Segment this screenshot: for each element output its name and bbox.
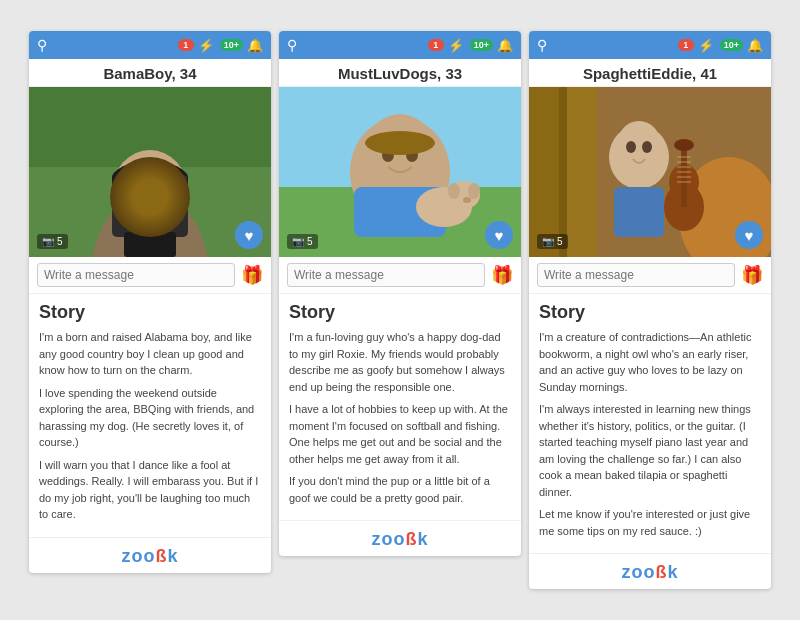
topbar-left-1: ⚲ bbox=[37, 37, 47, 53]
message-input-2[interactable] bbox=[287, 263, 485, 287]
bell-icon-3[interactable]: 🔔 bbox=[747, 38, 763, 53]
topbar-right-2: 1 ⚡ 10+ 🔔 bbox=[428, 38, 513, 53]
notifications-badge-group-1: 10+ 🔔 bbox=[220, 38, 263, 53]
photo-1[interactable]: 📷 5 ♥ bbox=[29, 87, 271, 257]
bolt-icon-1[interactable]: ⚡ bbox=[198, 38, 214, 53]
message-input-3[interactable] bbox=[537, 263, 735, 287]
zoosk-logo-3: zooßk bbox=[533, 562, 767, 583]
story-section-1: Story I'm a born and raised Alabama boy,… bbox=[29, 294, 271, 537]
photo-count-3: 📷 5 bbox=[537, 234, 568, 249]
svg-point-7 bbox=[129, 187, 145, 197]
zoosk-logo-2: zooßk bbox=[283, 529, 517, 550]
username-1: BamaBoy, 34 bbox=[29, 59, 271, 87]
profile-card-3: ⚲ 1 ⚡ 10+ 🔔 SpaghettiEddie, 41 bbox=[529, 31, 771, 589]
story-text-2: I'm a fun-loving guy who's a happy dog-d… bbox=[289, 329, 511, 506]
bolt-icon-3[interactable]: ⚡ bbox=[698, 38, 714, 53]
svg-point-32 bbox=[642, 141, 652, 153]
messages-badge-1[interactable]: 1 bbox=[178, 39, 194, 51]
filter-icon-3[interactable]: ⚲ bbox=[537, 37, 547, 53]
camera-icon-1: 📷 bbox=[42, 236, 54, 247]
zoosk-dot-1: ß bbox=[155, 546, 167, 566]
camera-icon-2: 📷 bbox=[292, 236, 304, 247]
topbar-1: ⚲ 1 ⚡ 10+ 🔔 bbox=[29, 31, 271, 59]
footer-3: zooßk bbox=[529, 553, 771, 589]
story-para-3-1: I'm always interested in learning new th… bbox=[539, 401, 761, 500]
story-text-1: I'm a born and raised Alabama boy, and l… bbox=[39, 329, 261, 523]
footer-2: zooßk bbox=[279, 520, 521, 556]
topbar-2: ⚲ 1 ⚡ 10+ 🔔 bbox=[279, 31, 521, 59]
cards-container: ⚲ 1 ⚡ 10+ 🔔 BamaBoy, 34 bbox=[21, 23, 779, 597]
svg-point-5 bbox=[112, 161, 188, 197]
notifications-badge-3[interactable]: 10+ bbox=[720, 39, 743, 51]
story-title-2: Story bbox=[289, 302, 511, 323]
gift-icon-3[interactable]: 🎁 bbox=[741, 264, 763, 286]
message-bar-3: 🎁 bbox=[529, 257, 771, 294]
svg-rect-6 bbox=[117, 175, 187, 183]
message-input-1[interactable] bbox=[37, 263, 235, 287]
notifications-badge-group-3: 10+ 🔔 bbox=[720, 38, 763, 53]
messages-badge-group-1: 1 ⚡ bbox=[178, 38, 214, 53]
filter-icon-2[interactable]: ⚲ bbox=[287, 37, 297, 53]
svg-rect-4 bbox=[112, 172, 188, 237]
bolt-icon-2[interactable]: ⚡ bbox=[448, 38, 464, 53]
message-bar-2: 🎁 bbox=[279, 257, 521, 294]
photo-count-1: 📷 5 bbox=[37, 234, 68, 249]
story-text-3: I'm a creature of contradictions—An athl… bbox=[539, 329, 761, 539]
message-bar-1: 🎁 bbox=[29, 257, 271, 294]
topbar-3: ⚲ 1 ⚡ 10+ 🔔 bbox=[529, 31, 771, 59]
story-para-1-0: I'm a born and raised Alabama boy, and l… bbox=[39, 329, 261, 379]
svg-point-31 bbox=[626, 141, 636, 153]
topbar-right-1: 1 ⚡ 10+ 🔔 bbox=[178, 38, 263, 53]
svg-rect-9 bbox=[124, 232, 176, 257]
filter-icon[interactable]: ⚲ bbox=[37, 37, 47, 53]
notifications-badge-2[interactable]: 10+ bbox=[470, 39, 493, 51]
topbar-left-3: ⚲ bbox=[537, 37, 547, 53]
zoosk-dot-2: ß bbox=[405, 529, 417, 549]
messages-badge-2[interactable]: 1 bbox=[428, 39, 444, 51]
story-para-1-2: I will warn you that I dance like a fool… bbox=[39, 457, 261, 523]
topbar-left-2: ⚲ bbox=[287, 37, 297, 53]
svg-point-20 bbox=[448, 183, 460, 199]
gift-icon-1[interactable]: 🎁 bbox=[241, 264, 263, 286]
messages-badge-group-2: 1 ⚡ bbox=[428, 38, 464, 53]
profile-card-2: ⚲ 1 ⚡ 10+ 🔔 MustLuvDogs, 33 bbox=[279, 31, 521, 556]
photo-3[interactable]: 📷 5 ♥ bbox=[529, 87, 771, 257]
story-para-1-1: I love spending the weekend outside expl… bbox=[39, 385, 261, 451]
svg-point-30 bbox=[617, 121, 661, 169]
svg-rect-27 bbox=[559, 87, 567, 257]
footer-1: zooßk bbox=[29, 537, 271, 573]
notifications-badge-1[interactable]: 10+ bbox=[220, 39, 243, 51]
svg-point-16 bbox=[365, 131, 435, 155]
topbar-right-3: 1 ⚡ 10+ 🔔 bbox=[678, 38, 763, 53]
svg-rect-33 bbox=[614, 187, 664, 237]
username-3: SpaghettiEddie, 41 bbox=[529, 59, 771, 87]
heart-button-1[interactable]: ♥ bbox=[235, 221, 263, 249]
heart-button-2[interactable]: ♥ bbox=[485, 221, 513, 249]
notifications-badge-group-2: 10+ 🔔 bbox=[470, 38, 513, 53]
zoosk-logo-1: zooßk bbox=[33, 546, 267, 567]
story-section-2: Story I'm a fun-loving guy who's a happy… bbox=[279, 294, 521, 520]
camera-icon-3: 📷 bbox=[542, 236, 554, 247]
svg-point-21 bbox=[468, 183, 480, 199]
photo-count-2: 📷 5 bbox=[287, 234, 318, 249]
gift-icon-2[interactable]: 🎁 bbox=[491, 264, 513, 286]
story-para-2-1: I have a lot of hobbies to keep up with.… bbox=[289, 401, 511, 467]
story-para-3-0: I'm a creature of contradictions—An athl… bbox=[539, 329, 761, 395]
heart-button-3[interactable]: ♥ bbox=[735, 221, 763, 249]
username-2: MustLuvDogs, 33 bbox=[279, 59, 521, 87]
bell-icon-2[interactable]: 🔔 bbox=[497, 38, 513, 53]
story-para-3-2: Let me know if you're interested or just… bbox=[539, 506, 761, 539]
bell-icon-1[interactable]: 🔔 bbox=[247, 38, 263, 53]
svg-rect-28 bbox=[567, 87, 597, 257]
messages-badge-3[interactable]: 1 bbox=[678, 39, 694, 51]
profile-card-1: ⚲ 1 ⚡ 10+ 🔔 BamaBoy, 34 bbox=[29, 31, 271, 573]
messages-badge-group-3: 1 ⚡ bbox=[678, 38, 714, 53]
svg-point-22 bbox=[463, 197, 471, 203]
photo-2[interactable]: 📷 5 ♥ bbox=[279, 87, 521, 257]
story-para-2-0: I'm a fun-loving guy who's a happy dog-d… bbox=[289, 329, 511, 395]
svg-point-8 bbox=[155, 187, 171, 197]
svg-point-37 bbox=[674, 139, 694, 151]
story-title-1: Story bbox=[39, 302, 261, 323]
story-section-3: Story I'm a creature of contradictions—A… bbox=[529, 294, 771, 553]
svg-rect-26 bbox=[529, 87, 559, 257]
